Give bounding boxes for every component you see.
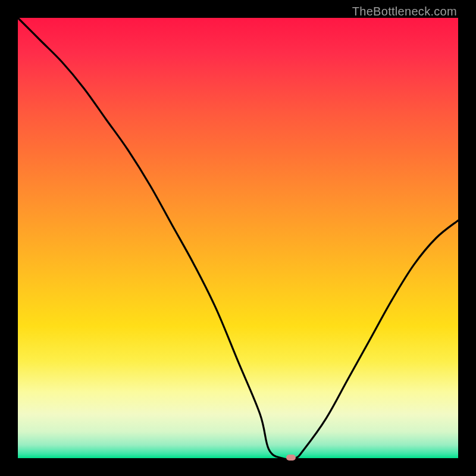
bottleneck-curve: [18, 18, 458, 459]
watermark-text: TheBottleneck.com: [352, 5, 457, 18]
curve-svg: [18, 18, 458, 458]
plot-area: [18, 18, 458, 458]
chart-container: TheBottleneck.com: [0, 0, 476, 476]
optimal-marker: [286, 455, 296, 461]
